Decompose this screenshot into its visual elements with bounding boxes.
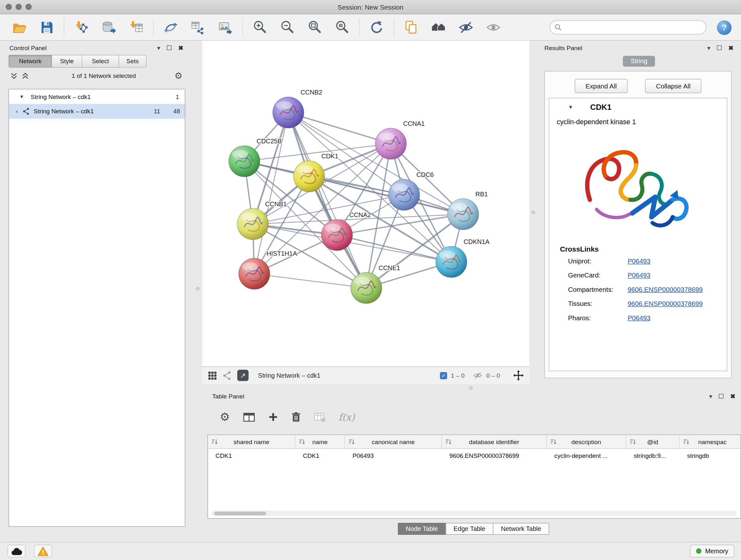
panel-float-icon[interactable]: ▾	[707, 44, 711, 51]
hidden-eye-icon[interactable]	[473, 371, 482, 380]
tab-select[interactable]: Select	[82, 55, 119, 68]
tab-network-table[interactable]: Network Table	[493, 523, 549, 535]
tab-sets[interactable]: Sets	[119, 55, 146, 68]
network-node-CDKN1A[interactable]	[435, 246, 467, 278]
results-panel-title: Results Panel	[544, 44, 583, 51]
network-node-CCNE1[interactable]	[351, 272, 382, 304]
sort-icon	[445, 438, 452, 445]
panel-float-icon[interactable]: ▾	[709, 393, 712, 400]
panel-maximize-icon[interactable]	[719, 394, 724, 399]
crosslink-row: Pharos:P06493	[549, 311, 727, 325]
network-node-CCNB1[interactable]	[237, 208, 268, 240]
network-edge[interactable]	[254, 273, 366, 288]
network-collection-row[interactable]: ▼ String Network – cdk1 1	[9, 89, 185, 104]
network-edge[interactable]	[288, 112, 391, 144]
table-horizontal-scrollbar[interactable]	[212, 510, 737, 516]
zoom-fit-icon[interactable]	[307, 19, 323, 36]
detach-view-button[interactable]: ↗	[237, 370, 249, 381]
pan-mode-crosshair-icon[interactable]	[513, 370, 524, 381]
network-options-gear-icon[interactable]: ⚙	[174, 71, 182, 80]
tab-style[interactable]: Style	[52, 55, 82, 68]
sort-icon	[550, 438, 557, 445]
network-node-CDC25B[interactable]	[229, 145, 260, 177]
network-merge-icon[interactable]	[162, 19, 179, 36]
network-type-icon[interactable]	[223, 371, 232, 380]
export-image-icon[interactable]	[217, 19, 234, 36]
network-edge[interactable]	[288, 112, 366, 288]
network-row-selected[interactable]: • String Network – cdk1 11 48	[9, 104, 185, 119]
crosslink-value-link[interactable]: P06493	[628, 271, 650, 279]
network-node-CCNB2[interactable]	[273, 97, 304, 128]
network-edge[interactable]	[254, 112, 288, 273]
open-session-icon[interactable]	[11, 19, 28, 36]
help-button[interactable]: ?	[717, 20, 732, 35]
home-icon[interactable]	[430, 19, 447, 36]
show-columns-icon[interactable]	[243, 412, 255, 422]
birdseye-grid-icon[interactable]	[208, 371, 217, 380]
delete-column-trash-icon[interactable]	[291, 411, 301, 423]
crosslink-value-link[interactable]: 9606.ENSP00000378699	[628, 286, 703, 293]
crosslinks-title: CrossLinks	[560, 245, 727, 253]
network-node-CDK1[interactable]	[293, 161, 325, 192]
cloud-services-button[interactable]	[8, 545, 25, 557]
column-header-namespac[interactable]: namespac	[680, 435, 741, 448]
open-documentation-icon[interactable]	[403, 19, 420, 36]
panel-maximize-icon[interactable]	[167, 45, 172, 50]
import-network-database-icon[interactable]	[100, 19, 117, 36]
string-tab-badge[interactable]: String	[623, 56, 655, 67]
tab-node-table[interactable]: Node Table	[398, 523, 446, 535]
crosslink-label: Tissues:	[568, 300, 628, 307]
table-settings-gear-icon[interactable]: ⚙	[220, 411, 230, 423]
column-header--id[interactable]: @id	[626, 435, 679, 448]
memory-button[interactable]: Memory	[690, 545, 734, 557]
collapse-entry-icon[interactable]: ▼	[568, 104, 573, 110]
scrollbar-thumb[interactable]	[214, 511, 266, 515]
expand-all-networks-icon[interactable]	[22, 72, 29, 79]
network-node-CDC6[interactable]	[388, 179, 420, 210]
column-header-description[interactable]: description	[547, 435, 626, 448]
right-splitter-handle[interactable]	[532, 211, 535, 214]
network-edge[interactable]	[337, 235, 451, 262]
network-node-RB1[interactable]	[448, 199, 479, 230]
crosslink-value-link[interactable]: P06493	[628, 314, 650, 321]
column-header-shared-name[interactable]: shared name	[208, 435, 295, 448]
panel-close-icon[interactable]: ✖	[178, 44, 183, 51]
bottom-splitter-handle[interactable]	[469, 386, 473, 389]
network-canvas[interactable]: CCNB2CCNA1CDC25BCDK1CDC6RB1CCNB1CCNA2CDK…	[202, 41, 529, 366]
search-input[interactable]	[549, 20, 706, 35]
tab-network[interactable]: Network	[9, 55, 52, 68]
column-header-canonical-name[interactable]: canonical name	[345, 435, 442, 448]
panel-close-icon[interactable]: ✖	[730, 393, 735, 400]
import-table-file-icon[interactable]	[128, 19, 145, 36]
crosslink-value-link[interactable]: P06493	[628, 257, 650, 265]
show-hide-graphics-details-icon[interactable]	[458, 19, 475, 36]
network-node-CCNA1[interactable]	[375, 128, 407, 159]
zoom-out-icon[interactable]	[279, 19, 296, 36]
column-header-database-identifier[interactable]: database identifier	[442, 435, 547, 448]
left-splitter-handle[interactable]	[196, 287, 199, 290]
network-node-CCNA2[interactable]	[321, 219, 353, 251]
network-node-HIST1H1A[interactable]	[239, 258, 270, 290]
create-column-plus-icon[interactable]	[268, 412, 278, 422]
panel-float-icon[interactable]: ▾	[157, 44, 160, 51]
save-session-icon[interactable]	[38, 19, 55, 36]
panel-maximize-icon[interactable]	[717, 45, 722, 50]
column-header-name[interactable]: name	[295, 435, 345, 448]
zoom-selected-icon[interactable]	[334, 19, 351, 36]
apply-layout-icon[interactable]	[368, 19, 385, 36]
eye-icon[interactable]	[485, 19, 502, 36]
crosslink-label: Compartments:	[568, 286, 628, 293]
table-row[interactable]: CDK1CDK1P064939606.ENSP00000378699cyclin…	[208, 449, 741, 462]
tree-expanded-icon[interactable]: ▼	[19, 94, 24, 99]
expand-all-button[interactable]: Expand All	[575, 79, 628, 93]
collapse-all-networks-icon[interactable]	[10, 72, 17, 79]
tab-edge-table[interactable]: Edge Table	[446, 523, 493, 535]
new-network-from-selection-icon[interactable]	[190, 19, 206, 36]
crosslink-value-link[interactable]: 9606.ENSP00000378699	[628, 300, 703, 307]
warnings-button[interactable]	[34, 545, 52, 557]
collapse-all-button[interactable]: Collapse All	[645, 79, 701, 93]
import-network-file-icon[interactable]	[73, 19, 90, 36]
panel-close-icon[interactable]: ✖	[728, 44, 733, 51]
selected-checkbox-icon[interactable]: ✓	[440, 372, 447, 379]
zoom-in-icon[interactable]	[252, 19, 268, 36]
